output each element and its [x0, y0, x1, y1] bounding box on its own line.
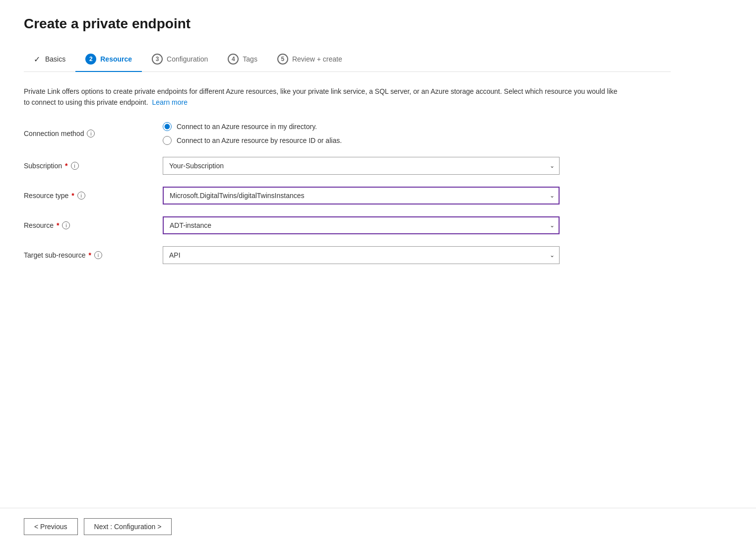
- target-sub-resource-control: API ⌄: [163, 246, 560, 264]
- step-resource-label: Resource: [100, 55, 132, 63]
- radio-directory-input[interactable]: [163, 122, 172, 131]
- previous-button[interactable]: < Previous: [24, 518, 78, 535]
- step-tags[interactable]: 4 Tags: [218, 48, 267, 71]
- connection-method-options: Connect to an Azure resource in my direc…: [163, 122, 560, 145]
- step-basics[interactable]: ✓ Basics: [24, 49, 75, 71]
- checkmark-icon: ✓: [34, 55, 40, 64]
- step-basics-label: Basics: [45, 55, 65, 63]
- steps-navigation: ✓ Basics 2 Resource 3 Configuration 4 Ta…: [24, 48, 671, 72]
- step-tags-number: 4: [228, 54, 239, 65]
- bottom-navigation-bar: < Previous Next : Configuration >: [0, 508, 756, 545]
- connection-method-row: Connection method i Connect to an Azure …: [24, 122, 671, 145]
- subscription-info-icon[interactable]: i: [71, 162, 79, 170]
- step-configuration-number: 3: [152, 54, 163, 65]
- page-title: Create a private endpoint: [24, 16, 671, 32]
- step-review-label: Review + create: [292, 55, 342, 63]
- target-sub-resource-required-star: *: [89, 251, 91, 259]
- connection-method-info-icon[interactable]: i: [87, 130, 95, 137]
- resource-required-star: *: [57, 221, 59, 229]
- step-configuration-label: Configuration: [167, 55, 208, 63]
- radio-resource-id-input[interactable]: [163, 136, 172, 145]
- step-tags-label: Tags: [243, 55, 257, 63]
- step-resource[interactable]: 2 Resource: [75, 48, 142, 71]
- radio-group: Connect to an Azure resource in my direc…: [163, 122, 560, 145]
- resource-form: Connection method i Connect to an Azure …: [24, 122, 671, 264]
- description-text: Private Link offers options to create pr…: [24, 86, 619, 108]
- resource-row: Resource * i ADT-instance ⌄: [24, 216, 671, 234]
- target-sub-resource-select[interactable]: API: [163, 246, 560, 264]
- target-sub-resource-select-wrapper: API ⌄: [163, 246, 560, 264]
- target-sub-resource-row: Target sub-resource * i API ⌄: [24, 246, 671, 264]
- resource-label: Resource * i: [24, 221, 163, 229]
- target-sub-resource-label: Target sub-resource * i: [24, 251, 163, 259]
- resource-type-select[interactable]: Microsoft.DigitalTwins/digitalTwinsInsta…: [163, 187, 560, 204]
- subscription-required-star: *: [65, 162, 67, 170]
- radio-resource-id-label: Connect to an Azure resource by resource…: [177, 136, 342, 144]
- subscription-label: Subscription * i: [24, 162, 163, 170]
- learn-more-link[interactable]: Learn more: [152, 98, 188, 106]
- next-button[interactable]: Next : Configuration >: [84, 518, 172, 535]
- resource-type-control: Microsoft.DigitalTwins/digitalTwinsInsta…: [163, 187, 560, 204]
- resource-type-required-star: *: [71, 192, 74, 200]
- step-review-number: 5: [277, 54, 288, 65]
- subscription-control: Your-Subscription ⌄: [163, 157, 560, 175]
- connection-method-label: Connection method i: [24, 130, 163, 137]
- radio-option-directory[interactable]: Connect to an Azure resource in my direc…: [163, 122, 560, 131]
- subscription-row: Subscription * i Your-Subscription ⌄: [24, 157, 671, 175]
- resource-type-select-wrapper: Microsoft.DigitalTwins/digitalTwinsInsta…: [163, 187, 560, 204]
- resource-select[interactable]: ADT-instance: [163, 216, 560, 234]
- resource-control: ADT-instance ⌄: [163, 216, 560, 234]
- resource-type-row: Resource type * i Microsoft.DigitalTwins…: [24, 187, 671, 204]
- resource-type-info-icon[interactable]: i: [77, 192, 85, 200]
- radio-directory-label: Connect to an Azure resource in my direc…: [177, 123, 317, 131]
- resource-type-label: Resource type * i: [24, 192, 163, 200]
- step-configuration[interactable]: 3 Configuration: [142, 48, 218, 71]
- radio-option-resource-id[interactable]: Connect to an Azure resource by resource…: [163, 136, 560, 145]
- subscription-select-wrapper: Your-Subscription ⌄: [163, 157, 560, 175]
- resource-select-wrapper: ADT-instance ⌄: [163, 216, 560, 234]
- resource-info-icon[interactable]: i: [62, 221, 70, 229]
- target-sub-resource-info-icon[interactable]: i: [94, 251, 102, 259]
- subscription-select[interactable]: Your-Subscription: [163, 157, 560, 175]
- step-resource-number: 2: [85, 54, 96, 65]
- step-review-create[interactable]: 5 Review + create: [267, 48, 352, 71]
